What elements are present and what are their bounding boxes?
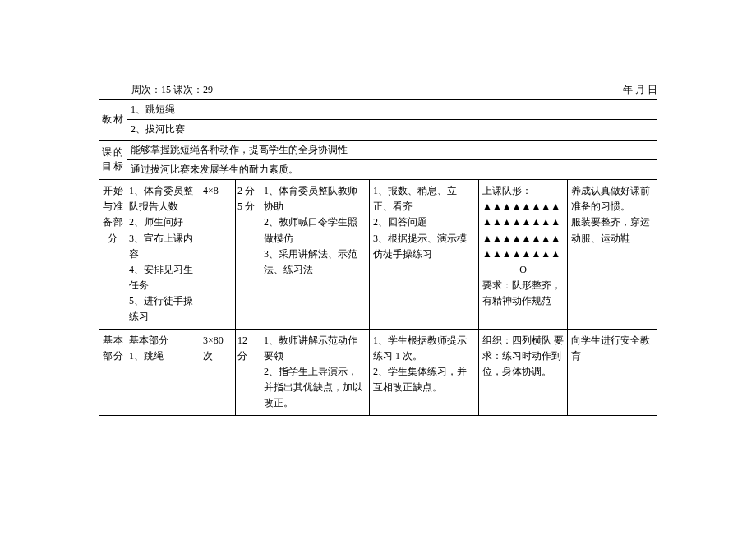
label-mubiao: 课的目标 [99,141,127,179]
teacher-mark: O [482,262,564,278]
formation-row-2: ▲▲▲▲▲▲▲▲ [482,214,564,230]
outer-table: 教材 1、跳短绳 2、拔河比赛 课的目标 能够掌握跳短绳各种动作，提高学生的全身… [99,99,657,415]
header-line: 周次：15 课次：29 年 月 日 [99,82,657,98]
start-note: 养成认真做好课前准备的习惯。 服装要整齐，穿运动服、运动鞋 [568,180,657,329]
section-label-start: 开始与准备部分 [99,180,127,329]
org-title: 上课队形： [482,183,564,199]
formation-row-1: ▲▲▲▲▲▲▲▲ [482,199,564,214]
basic-reps: 3×80 次 [201,330,236,415]
row-start-section: 开始与准备部分 1、体育委员整队报告人数 2、师生问好 3、宣布上课内容 4、安… [99,180,657,330]
row-jiaocai: 教材 1、跳短绳 2、拔河比赛 [99,100,657,140]
lesson-plan-document: 周次：15 课次：29 年 月 日 教材 1、跳短绳 2、拔河比赛 课的目标 能… [0,0,756,449]
row-mubiao: 课的目标 能够掌握跳短绳各种动作，提高学生的全身协调性 通过拔河比赛来发展学生的… [99,141,657,180]
mubiao-content: 能够掌握跳短绳各种动作，提高学生的全身协调性 通过拔河比赛来发展学生的耐力素质。 [127,141,657,179]
basic-activities: 基本部分 1、跳绳 [127,330,201,415]
label-jiaocai: 教材 [99,100,127,139]
start-student: 1、报数、稍息、立正、看齐 2、回答问题 3、根据提示、演示模仿徒手操练习 [370,180,479,329]
week-lesson-number: 周次：15 课次：29 [131,82,213,98]
row-basic-section: 基本部分 基本部分 1、跳绳 3×80 次 12 分 1、教师讲解示范动作要领 … [99,330,657,415]
basic-organization: 组织：四列横队 要求：练习时动作到位，身体协调。 [479,330,568,415]
basic-student: 1、学生根据教师提示练习 1 次。 2、学生集体练习，并互相改正缺点。 [370,330,479,415]
start-time: 2 分 5 分 [236,180,260,329]
formation-row-3: ▲▲▲▲▲▲▲▲ [482,231,564,247]
mubiao-item-1: 能够掌握跳短绳各种动作，提高学生的全身协调性 [127,141,657,160]
basic-teacher: 1、教师讲解示范动作要领 2、指学生上导演示，并指出其优缺点，加以改正。 [260,330,370,415]
basic-time: 12 分 [236,330,260,415]
start-organization: 上课队形： ▲▲▲▲▲▲▲▲ ▲▲▲▲▲▲▲▲ ▲▲▲▲▲▲▲▲ ▲▲▲▲▲▲▲… [479,180,568,329]
jiaocai-item-1: 1、跳短绳 [127,100,657,120]
section-label-basic: 基本部分 [99,330,127,415]
jiaocai-content: 1、跳短绳 2、拔河比赛 [127,100,657,139]
jiaocai-item-2: 2、拔河比赛 [127,120,657,139]
start-teacher: 1、体育委员整队教师协助 2、教师喊口令学生照做模仿 3、采用讲解法、示范法、练… [260,180,370,329]
date-field: 年 月 日 [623,82,657,98]
formation-row-4: ▲▲▲▲▲▲▲▲ [482,247,564,262]
start-reps: 4×8 [201,180,236,329]
org-requirement: 要求：队形整齐，有精神动作规范 [482,278,564,309]
mubiao-item-2: 通过拔河比赛来发展学生的耐力素质。 [127,160,657,179]
basic-note: 向学生进行安全教育 [568,330,657,415]
start-activities: 1、体育委员整队报告人数 2、师生问好 3、宣布上课内容 4、安排见习生任务 5… [127,180,201,329]
